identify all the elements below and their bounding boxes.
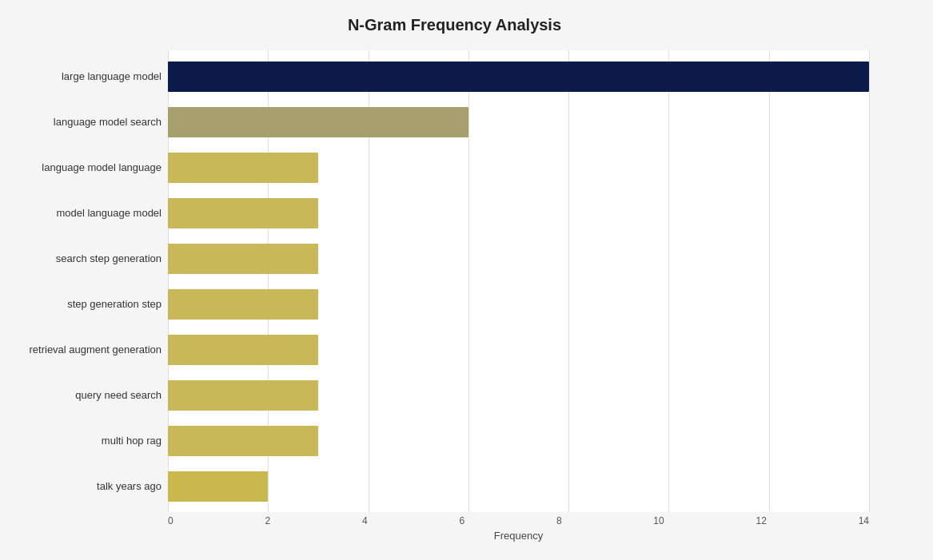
bar-talk-years-ago <box>168 471 268 502</box>
x-tick-4: 4 <box>362 515 368 526</box>
bar-label: language model language <box>0 161 161 173</box>
bar-retrieval-augment-generation <box>168 335 318 365</box>
x-tick-2: 2 <box>265 515 270 526</box>
bar-row: query need search <box>168 372 869 418</box>
x-tick-10: 10 <box>653 515 664 526</box>
bar-row: multi hop rag <box>168 418 869 463</box>
bar-row: model language model <box>168 190 869 236</box>
bar-label: search step generation <box>0 252 161 264</box>
bar-label: retrieval augment generation <box>0 344 161 355</box>
bar-multi-hop-rag <box>168 426 318 456</box>
bar-label: query need search <box>0 389 161 401</box>
bar-row: talk years ago <box>168 463 869 509</box>
chart-container: N-Gram Frequency Analysis large language… <box>0 0 933 560</box>
bar-label: talk years ago <box>0 480 161 492</box>
bar-label: language model search <box>0 116 161 128</box>
bars-wrapper: large language model language model sear… <box>168 50 869 512</box>
bar-search-step-generation <box>168 244 318 274</box>
bar-label: large language model <box>0 70 161 82</box>
chart-title: N-Gram Frequency Analysis <box>8 16 901 34</box>
bar-row: search step generation <box>168 236 869 281</box>
x-tick-14: 14 <box>859 515 869 526</box>
x-tick-0: 0 <box>168 515 173 526</box>
bar-language-model-search <box>168 107 468 137</box>
x-axis-label: Frequency <box>168 530 869 542</box>
x-axis: 0 2 4 6 8 10 12 14 Frequency <box>168 515 869 547</box>
bar-row: large language model <box>168 54 869 99</box>
x-tick-12: 12 <box>756 515 766 526</box>
bar-large-language-model <box>168 62 869 92</box>
bar-label: multi hop rag <box>0 435 161 447</box>
bar-label: step generation step <box>0 298 161 310</box>
bar-row: language model search <box>168 99 869 145</box>
x-axis-ticks: 0 2 4 6 8 10 12 14 <box>168 515 869 526</box>
bar-query-need-search <box>168 380 318 411</box>
bar-label: model language model <box>0 207 161 219</box>
x-tick-6: 6 <box>459 515 465 526</box>
bar-language-model-language <box>168 153 318 183</box>
bar-model-language-model <box>168 198 318 228</box>
bar-row: retrieval augment generation <box>168 327 869 372</box>
x-tick-8: 8 <box>556 515 562 526</box>
bar-row: step generation step <box>168 281 869 327</box>
bar-step-generation-step <box>168 289 318 320</box>
bar-row: language model language <box>168 145 869 190</box>
